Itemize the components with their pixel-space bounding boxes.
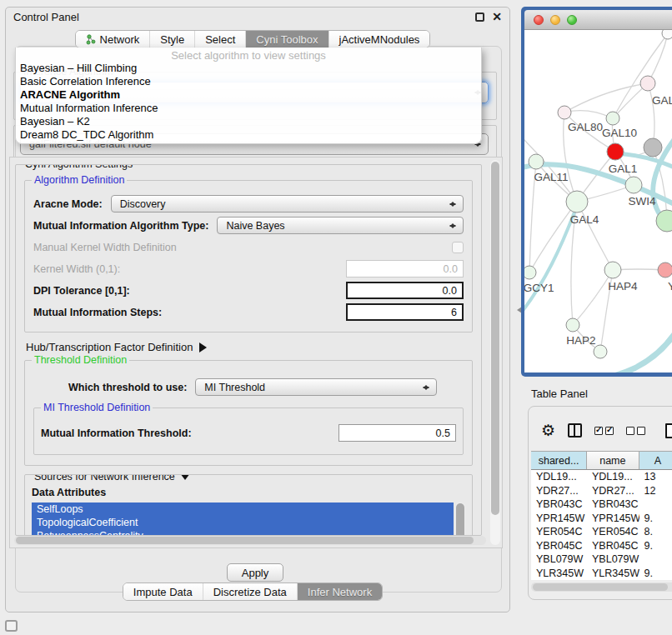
network-node[interactable] bbox=[662, 30, 672, 39]
data-attributes-label: Data Attributes bbox=[32, 487, 465, 498]
dropdown-item[interactable]: Basic Correlation Inference bbox=[16, 75, 481, 88]
table-horizontal-scrollbar[interactable] bbox=[531, 582, 672, 592]
table-row[interactable]: YBR045CYBR045C9. bbox=[531, 539, 672, 553]
column-header[interactable]: shared... bbox=[531, 452, 587, 469]
float-panel-icon[interactable] bbox=[475, 12, 484, 22]
dropdown-item[interactable]: Dream8 DC_TDC Algorithm bbox=[16, 128, 481, 142]
collapse-arrow-icon[interactable] bbox=[180, 474, 190, 485]
table-cell: YLR345W bbox=[531, 568, 587, 579]
mi-algorithm-type-combobox[interactable]: Naive Bayes bbox=[217, 217, 464, 234]
minimize-window-icon[interactable] bbox=[550, 15, 560, 25]
table-cell: YER054C bbox=[531, 526, 587, 538]
dropdown-item[interactable]: Mutual Information Inference bbox=[16, 102, 481, 115]
tab-impute-data[interactable]: Impute Data bbox=[123, 583, 203, 600]
kernel-width-field[interactable]: 0.0 bbox=[346, 260, 464, 278]
network-edge[interactable] bbox=[573, 270, 613, 325]
deselect-all-checkboxes-icon[interactable] bbox=[626, 427, 645, 435]
network-node[interactable] bbox=[566, 191, 588, 212]
split-columns-icon[interactable] bbox=[568, 423, 582, 438]
panel-title: Control Panel bbox=[13, 11, 475, 23]
dropdown-item[interactable]: Bayesian – Hill Climbing bbox=[16, 62, 481, 75]
select-all-checkboxes-icon[interactable] bbox=[594, 427, 614, 435]
network-node[interactable] bbox=[606, 112, 619, 125]
aracne-mode-combobox[interactable]: Discovery bbox=[111, 195, 464, 212]
tab-select[interactable]: Select bbox=[194, 31, 245, 48]
table-panel-title: Table Panel bbox=[531, 388, 588, 400]
network-window-titlebar[interactable] bbox=[524, 10, 672, 30]
network-node[interactable] bbox=[566, 318, 579, 332]
combo-value: Discovery bbox=[120, 198, 166, 210]
network-canvas[interactable]: GALGAL80GAL10GAL1GAL11SWI4GAL4GCY1HAP4YH… bbox=[524, 30, 672, 372]
network-node[interactable] bbox=[644, 138, 662, 157]
document-icon[interactable] bbox=[665, 423, 672, 438]
gear-icon[interactable]: ⚙ bbox=[541, 422, 555, 438]
mi-steps-field[interactable]: 6 bbox=[346, 303, 464, 321]
table-row[interactable]: YBL079WYBL079W bbox=[531, 552, 672, 567]
close-window-icon[interactable] bbox=[534, 15, 544, 25]
dropdown-item[interactable]: Bayesian – K2 bbox=[16, 115, 481, 128]
network-node[interactable] bbox=[594, 345, 607, 358]
dpi-tolerance-field[interactable]: 0.0 bbox=[346, 282, 464, 299]
mi-threshold-field[interactable]: 0.5 bbox=[339, 424, 456, 442]
manual-kernel-width-checkbox[interactable] bbox=[452, 242, 464, 253]
settings-horizontal-scrollbar[interactable] bbox=[14, 536, 486, 545]
table-cell: YBR043C bbox=[531, 498, 587, 510]
tab-style[interactable]: Style bbox=[149, 31, 194, 48]
network-edge[interactable] bbox=[648, 33, 668, 83]
table-cell: YPR145W bbox=[587, 512, 639, 524]
table-cell: YDR27... bbox=[587, 485, 639, 497]
stepper-arrows-icon bbox=[449, 221, 456, 231]
tab-infer-network[interactable]: Infer Network bbox=[297, 583, 382, 600]
table-row[interactable]: YER054CYER054C8. bbox=[531, 525, 672, 539]
tab-label: Cyni Toolbox bbox=[256, 33, 318, 46]
dpi-tolerance-label: DPI Tolerance [0,1]: bbox=[33, 285, 130, 297]
tab-network[interactable]: Network bbox=[76, 31, 150, 48]
minimized-panel-icon[interactable] bbox=[5, 620, 18, 632]
table-row[interactable]: YBR043CYBR043C bbox=[531, 498, 672, 512]
table-row[interactable]: YDR27...YDR27...12 bbox=[531, 484, 672, 498]
attribute-list-item[interactable]: TopologicalCoefficient bbox=[32, 516, 454, 529]
expand-arrow-icon bbox=[199, 342, 212, 352]
network-node[interactable] bbox=[529, 154, 544, 169]
combo-value: MI Threshold bbox=[204, 382, 265, 393]
table-cell: 9. bbox=[639, 512, 672, 524]
network-node[interactable] bbox=[658, 262, 672, 278]
group-title: MI Threshold Definition bbox=[41, 402, 153, 413]
node-label: SWI4 bbox=[628, 195, 655, 208]
table-row[interactable]: YPR145WYPR145W9. bbox=[531, 512, 672, 526]
table-row[interactable]: YDL19...YDL19...13 bbox=[531, 470, 672, 484]
apply-button[interactable]: Apply bbox=[227, 563, 283, 582]
network-node[interactable] bbox=[625, 177, 642, 193]
close-panel-icon[interactable]: ✕ bbox=[492, 12, 502, 22]
column-header[interactable]: name bbox=[587, 452, 639, 469]
table-row[interactable]: YLR345WYLR345W9. bbox=[531, 567, 672, 581]
node-label: GAL4 bbox=[570, 213, 599, 226]
network-edge[interactable] bbox=[648, 83, 654, 148]
mi-steps-label: Mutual Information Steps: bbox=[33, 307, 162, 318]
settings-vertical-scrollbar[interactable] bbox=[490, 160, 500, 545]
network-edge[interactable] bbox=[564, 111, 613, 118]
attribute-list-item[interactable]: BetweennessCentrality bbox=[32, 529, 454, 536]
network-node[interactable] bbox=[524, 266, 536, 279]
network-edge[interactable] bbox=[524, 137, 577, 202]
zoom-window-icon[interactable] bbox=[567, 15, 577, 25]
network-node[interactable] bbox=[604, 262, 621, 278]
table-header-row: shared...nameA bbox=[531, 451, 672, 470]
tab-discretize-data[interactable]: Discretize Data bbox=[203, 583, 297, 600]
network-node[interactable] bbox=[558, 106, 571, 119]
table-cell: 8. bbox=[639, 526, 672, 538]
tab-label: Impute Data bbox=[133, 586, 193, 598]
which-threshold-combobox[interactable]: MI Threshold bbox=[195, 378, 437, 396]
tab-cyni-toolbox[interactable]: Cyni Toolbox bbox=[245, 31, 328, 48]
list-vertical-scrollbar[interactable] bbox=[455, 502, 465, 536]
network-node[interactable] bbox=[607, 143, 624, 160]
network-edge[interactable] bbox=[564, 83, 648, 112]
hub-definition-expander[interactable]: Hub/Transcription Factor Definition bbox=[26, 341, 471, 353]
attribute-list-item[interactable]: SelfLoops bbox=[32, 502, 454, 516]
dropdown-item[interactable]: ARACNE Algorithm bbox=[16, 88, 481, 102]
network-node[interactable] bbox=[640, 76, 655, 91]
tab-jactivemnodules[interactable]: jActiveMNodules bbox=[328, 31, 430, 48]
network-edge[interactable] bbox=[577, 202, 613, 270]
node-label: GAL11 bbox=[534, 171, 568, 183]
column-header[interactable]: A bbox=[639, 452, 672, 469]
